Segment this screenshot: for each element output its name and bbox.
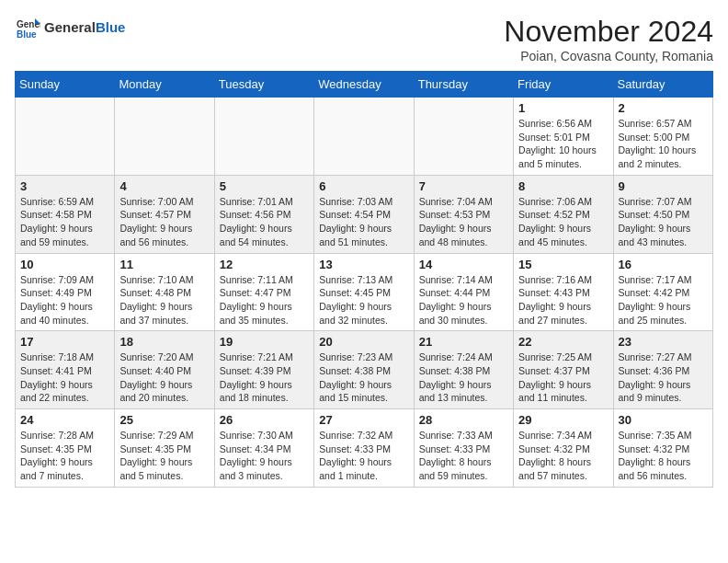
day-number: 10 (20, 258, 109, 271)
calendar-cell: 30Sunrise: 7:35 AM Sunset: 4:32 PM Dayli… (613, 409, 712, 488)
day-info: Sunrise: 7:01 AM Sunset: 4:56 PM Dayligh… (220, 195, 309, 249)
day-number: 18 (119, 335, 209, 349)
day-number: 19 (220, 335, 309, 349)
day-info: Sunrise: 7:03 AM Sunset: 4:54 PM Dayligh… (319, 195, 408, 249)
day-info: Sunrise: 7:30 AM Sunset: 4:34 PM Dayligh… (220, 429, 309, 483)
day-number: 12 (220, 258, 309, 271)
calendar-cell: 3Sunrise: 6:59 AM Sunset: 4:58 PM Daylig… (16, 175, 115, 253)
day-number: 17 (20, 335, 109, 349)
calendar-cell: 24Sunrise: 7:28 AM Sunset: 4:35 PM Dayli… (16, 409, 115, 488)
day-info: Sunrise: 7:11 AM Sunset: 4:47 PM Dayligh… (220, 273, 309, 327)
day-info: Sunrise: 7:35 AM Sunset: 4:32 PM Dayligh… (619, 429, 708, 483)
day-info: Sunrise: 7:10 AM Sunset: 4:48 PM Dayligh… (119, 273, 209, 327)
weekday-header-thursday: Thursday (414, 72, 513, 98)
day-info: Sunrise: 7:32 AM Sunset: 4:33 PM Dayligh… (319, 429, 408, 483)
calendar-week-3: 10Sunrise: 7:09 AM Sunset: 4:49 PM Dayli… (16, 253, 713, 331)
day-number: 21 (419, 335, 508, 349)
day-number: 11 (119, 258, 209, 271)
weekday-header-friday: Friday (514, 72, 613, 98)
weekday-header-row: SundayMondayTuesdayWednesdayThursdayFrid… (16, 72, 713, 98)
calendar-cell: 12Sunrise: 7:11 AM Sunset: 4:47 PM Dayli… (214, 253, 313, 331)
calendar-week-5: 24Sunrise: 7:28 AM Sunset: 4:35 PM Dayli… (16, 409, 713, 488)
day-number: 27 (319, 413, 408, 427)
calendar-cell: 23Sunrise: 7:27 AM Sunset: 4:36 PM Dayli… (613, 331, 712, 409)
calendar-cell: 7Sunrise: 7:04 AM Sunset: 4:53 PM Daylig… (414, 175, 513, 253)
calendar-cell (16, 98, 115, 176)
day-number: 4 (119, 179, 209, 193)
weekday-header-monday: Monday (115, 72, 214, 98)
day-info: Sunrise: 7:04 AM Sunset: 4:53 PM Dayligh… (419, 195, 508, 249)
header: General Blue GeneralBlue November 2024 P… (15, 15, 713, 63)
logo: General Blue GeneralBlue (15, 15, 125, 40)
calendar-cell: 11Sunrise: 7:10 AM Sunset: 4:48 PM Dayli… (115, 253, 214, 331)
day-info: Sunrise: 7:14 AM Sunset: 4:44 PM Dayligh… (419, 273, 508, 327)
calendar-cell (314, 98, 414, 176)
calendar-cell: 9Sunrise: 7:07 AM Sunset: 4:50 PM Daylig… (613, 175, 712, 253)
day-info: Sunrise: 7:09 AM Sunset: 4:49 PM Dayligh… (20, 273, 109, 327)
calendar-cell: 4Sunrise: 7:00 AM Sunset: 4:57 PM Daylig… (115, 175, 214, 253)
day-info: Sunrise: 7:18 AM Sunset: 4:41 PM Dayligh… (20, 350, 109, 405)
day-number: 1 (518, 101, 608, 115)
logo-blue-text: Blue (96, 19, 126, 35)
day-number: 24 (20, 413, 109, 427)
calendar-cell: 13Sunrise: 7:13 AM Sunset: 4:45 PM Dayli… (314, 253, 414, 331)
calendar-cell: 1Sunrise: 6:56 AM Sunset: 5:01 PM Daylig… (514, 98, 613, 176)
calendar-cell: 18Sunrise: 7:20 AM Sunset: 4:40 PM Dayli… (115, 331, 214, 409)
day-info: Sunrise: 7:33 AM Sunset: 4:33 PM Dayligh… (419, 429, 508, 483)
day-number: 26 (220, 413, 309, 427)
svg-text:Blue: Blue (17, 29, 37, 40)
day-number: 23 (619, 335, 708, 349)
calendar-cell (414, 98, 513, 176)
title-area: November 2024 Poian, Covasna County, Rom… (504, 15, 713, 63)
calendar-cell: 14Sunrise: 7:14 AM Sunset: 4:44 PM Dayli… (414, 253, 513, 331)
day-number: 2 (619, 101, 708, 115)
calendar-cell (115, 98, 214, 176)
day-number: 28 (419, 413, 508, 427)
day-info: Sunrise: 7:25 AM Sunset: 4:37 PM Dayligh… (518, 350, 608, 405)
calendar-cell: 19Sunrise: 7:21 AM Sunset: 4:39 PM Dayli… (214, 331, 313, 409)
day-info: Sunrise: 7:27 AM Sunset: 4:36 PM Dayligh… (619, 350, 708, 405)
day-info: Sunrise: 7:20 AM Sunset: 4:40 PM Dayligh… (119, 350, 209, 405)
day-info: Sunrise: 6:56 AM Sunset: 5:01 PM Dayligh… (518, 117, 608, 171)
day-info: Sunrise: 7:07 AM Sunset: 4:50 PM Dayligh… (619, 195, 708, 249)
calendar-cell (214, 98, 313, 176)
calendar-cell: 5Sunrise: 7:01 AM Sunset: 4:56 PM Daylig… (214, 175, 313, 253)
day-info: Sunrise: 7:34 AM Sunset: 4:32 PM Dayligh… (518, 429, 608, 483)
day-number: 3 (20, 179, 109, 193)
day-info: Sunrise: 7:28 AM Sunset: 4:35 PM Dayligh… (20, 429, 109, 483)
calendar-cell: 17Sunrise: 7:18 AM Sunset: 4:41 PM Dayli… (16, 331, 115, 409)
day-number: 13 (319, 258, 408, 271)
day-info: Sunrise: 7:17 AM Sunset: 4:42 PM Dayligh… (619, 273, 708, 327)
day-number: 25 (119, 413, 209, 427)
day-number: 16 (619, 258, 708, 271)
calendar-cell: 16Sunrise: 7:17 AM Sunset: 4:42 PM Dayli… (613, 253, 712, 331)
day-info: Sunrise: 7:29 AM Sunset: 4:35 PM Dayligh… (119, 429, 209, 483)
day-number: 22 (518, 335, 608, 349)
location: Poian, Covasna County, Romania (504, 49, 713, 63)
month-title: November 2024 (504, 15, 713, 49)
calendar-cell: 15Sunrise: 7:16 AM Sunset: 4:43 PM Dayli… (514, 253, 613, 331)
day-info: Sunrise: 7:24 AM Sunset: 4:38 PM Dayligh… (419, 350, 508, 405)
day-info: Sunrise: 6:59 AM Sunset: 4:58 PM Dayligh… (20, 195, 109, 249)
logo-general-text: General (44, 19, 96, 35)
day-number: 15 (518, 258, 608, 271)
logo-icon: General Blue (15, 15, 40, 40)
weekday-header-saturday: Saturday (613, 72, 712, 98)
calendar: SundayMondayTuesdayWednesdayThursdayFrid… (15, 71, 713, 488)
day-number: 29 (518, 413, 608, 427)
day-number: 14 (419, 258, 508, 271)
calendar-cell: 20Sunrise: 7:23 AM Sunset: 4:38 PM Dayli… (314, 331, 414, 409)
day-number: 20 (319, 335, 408, 349)
calendar-cell: 6Sunrise: 7:03 AM Sunset: 4:54 PM Daylig… (314, 175, 414, 253)
calendar-cell: 10Sunrise: 7:09 AM Sunset: 4:49 PM Dayli… (16, 253, 115, 331)
calendar-cell: 27Sunrise: 7:32 AM Sunset: 4:33 PM Dayli… (314, 409, 414, 488)
day-info: Sunrise: 7:06 AM Sunset: 4:52 PM Dayligh… (518, 195, 608, 249)
calendar-week-2: 3Sunrise: 6:59 AM Sunset: 4:58 PM Daylig… (16, 175, 713, 253)
weekday-header-wednesday: Wednesday (314, 72, 414, 98)
day-number: 7 (419, 179, 508, 193)
calendar-cell: 22Sunrise: 7:25 AM Sunset: 4:37 PM Dayli… (514, 331, 613, 409)
day-number: 30 (619, 413, 708, 427)
day-number: 9 (619, 179, 708, 193)
day-info: Sunrise: 7:21 AM Sunset: 4:39 PM Dayligh… (220, 350, 309, 405)
day-info: Sunrise: 7:00 AM Sunset: 4:57 PM Dayligh… (119, 195, 209, 249)
